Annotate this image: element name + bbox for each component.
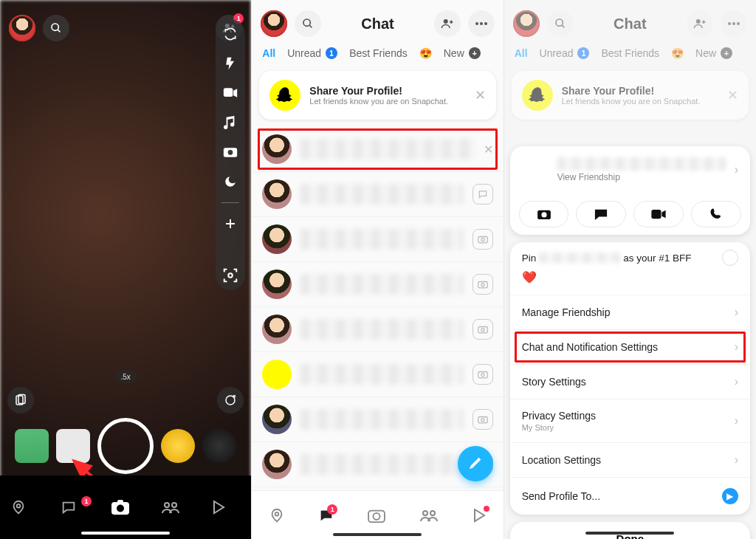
profile-avatar[interactable] xyxy=(9,15,35,41)
row-camera-icon[interactable] xyxy=(472,229,493,250)
friend-name-redacted xyxy=(300,139,474,159)
tab-map[interactable] xyxy=(269,507,285,523)
pin-prefix: Pin xyxy=(522,253,537,264)
svg-rect-13 xyxy=(117,500,123,504)
chat-row[interactable] xyxy=(252,307,503,352)
tab-stories[interactable] xyxy=(161,500,190,515)
tab-spotlight[interactable] xyxy=(211,499,241,515)
add-friend-button[interactable] xyxy=(434,10,461,37)
row-camera-icon[interactable] xyxy=(472,364,493,385)
unread-count-badge: 1 xyxy=(326,47,337,59)
filter-new[interactable]: New+ xyxy=(444,47,481,59)
camera-top-bar: 1 xyxy=(0,7,251,49)
filter-all[interactable]: All xyxy=(262,47,275,59)
svg-point-29 xyxy=(481,374,484,377)
memories-button[interactable] xyxy=(7,387,34,413)
row-camera-icon[interactable] xyxy=(472,319,493,340)
privacy-settings-row[interactable]: Privacy SettingsMy Story› xyxy=(510,399,750,442)
manage-friendship-row[interactable]: Manage Friendship› xyxy=(510,295,750,329)
shutter-button[interactable] xyxy=(97,418,154,474)
quick-chat-button[interactable] xyxy=(576,201,626,227)
radio-unselected-icon[interactable] xyxy=(722,250,738,266)
chat-row[interactable] xyxy=(252,217,503,262)
chat-row[interactable] xyxy=(252,172,503,217)
chat-notification-settings-row[interactable]: Chat and Notification Settings› xyxy=(510,329,750,364)
chevron-right-icon: › xyxy=(735,414,738,428)
story-settings-row[interactable]: Story Settings› xyxy=(510,364,750,399)
tab-camera[interactable] xyxy=(111,499,140,515)
row-chat-icon[interactable] xyxy=(472,184,493,205)
flip-camera-icon[interactable] xyxy=(221,25,239,43)
svg-point-38 xyxy=(374,512,380,519)
location-settings-row[interactable]: Location Settings› xyxy=(510,442,750,477)
night-mode-icon[interactable] xyxy=(221,173,239,190)
friend-avatar xyxy=(262,360,292,389)
row-camera-icon[interactable] xyxy=(472,409,493,430)
quick-actions xyxy=(510,193,750,235)
friend-name-redacted xyxy=(300,319,463,340)
tab-stories[interactable] xyxy=(419,508,439,523)
tab-chat-badge: 1 xyxy=(81,496,92,507)
chat-row[interactable] xyxy=(252,352,503,397)
svg-point-41 xyxy=(556,19,563,26)
filter-best-friends: Best Friends xyxy=(601,47,659,59)
pane-chat-list: Chat All Unread1 Best Friends 😍 New+ Sha… xyxy=(252,0,504,539)
promo-close-icon[interactable]: ✕ xyxy=(475,87,486,103)
svg-point-19 xyxy=(475,22,478,25)
svg-line-17 xyxy=(309,25,312,27)
svg-point-6 xyxy=(229,273,233,278)
tab-chat[interactable]: 1 xyxy=(318,507,334,523)
music-icon[interactable] xyxy=(221,114,239,131)
plus-icon: + xyxy=(469,47,481,59)
dismiss-icon[interactable]: ✕ xyxy=(484,143,493,157)
scan-icon[interactable] xyxy=(221,267,239,284)
quick-snap-button[interactable] xyxy=(519,201,569,227)
tab-spotlight[interactable] xyxy=(472,507,487,523)
view-friendship-row[interactable]: View Friendship › xyxy=(510,146,750,193)
tab-chat[interactable]: 1 xyxy=(61,499,90,515)
chat-row[interactable] xyxy=(252,262,503,307)
memory-thumb[interactable] xyxy=(56,429,90,463)
tab-map[interactable] xyxy=(10,499,40,515)
lens-thumb[interactable] xyxy=(161,429,195,463)
profile-avatar[interactable] xyxy=(261,10,287,37)
profile-avatar xyxy=(513,10,540,37)
dual-camera-icon[interactable] xyxy=(221,143,239,161)
chat-filters: All Unread1 Best Friends 😍 New+ xyxy=(252,43,503,66)
quick-call-button[interactable] xyxy=(691,201,741,227)
filter-best-friends[interactable]: Best Friends xyxy=(349,47,408,59)
search-button[interactable] xyxy=(43,15,69,41)
svg-point-23 xyxy=(481,238,484,241)
quick-video-button[interactable] xyxy=(633,201,684,227)
svg-point-15 xyxy=(172,503,176,507)
row-camera-icon[interactable] xyxy=(472,274,493,295)
heart-icon: ❤️ xyxy=(522,270,738,284)
chevron-right-icon: › xyxy=(735,163,738,176)
pin-bff-row[interactable]: Pin as your #1 BFF ❤️ xyxy=(510,242,750,295)
filter-new: New+ xyxy=(695,47,732,59)
lens-thumb[interactable] xyxy=(202,429,236,463)
tab-camera[interactable] xyxy=(368,508,385,523)
camera-tool-rail xyxy=(216,19,245,290)
friend-avatar xyxy=(262,134,292,164)
chevron-right-icon: › xyxy=(735,340,738,354)
chat-row[interactable]: ✕ xyxy=(252,127,503,172)
share-profile-promo[interactable]: Share Your Profile! Let friends know you… xyxy=(259,71,495,120)
friend-avatar xyxy=(262,179,292,209)
add-tool-icon[interactable] xyxy=(221,215,239,233)
filter-unread[interactable]: Unread1 xyxy=(287,47,337,59)
memory-thumb[interactable] xyxy=(15,429,49,463)
friend-name-redacted xyxy=(300,409,463,430)
search-button[interactable] xyxy=(295,10,321,37)
send-profile-row[interactable]: Send Profile To...▶ xyxy=(510,477,750,515)
done-button[interactable]: Done xyxy=(510,522,750,539)
friend-name-redacted xyxy=(300,454,463,475)
chat-row[interactable] xyxy=(252,397,503,442)
more-button[interactable] xyxy=(468,10,495,37)
new-chat-fab[interactable] xyxy=(458,446,493,481)
lens-explorer-button[interactable] xyxy=(217,387,244,413)
video-icon[interactable] xyxy=(221,84,239,102)
flash-icon[interactable] xyxy=(221,55,239,72)
search-button xyxy=(547,10,574,37)
zoom-indicator[interactable]: .5x xyxy=(114,370,136,384)
